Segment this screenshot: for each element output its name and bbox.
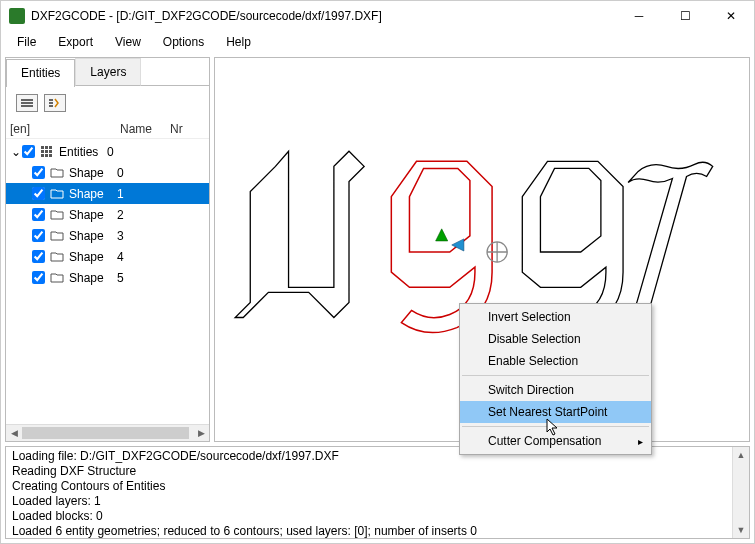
tree-item-name: Shape	[69, 187, 117, 201]
ctx-disable-selection[interactable]: Disable Selection	[460, 328, 651, 350]
maximize-button[interactable]: ☐	[662, 1, 708, 31]
tree-row[interactable]: Shape 5	[6, 267, 209, 288]
ctx-cutter-compensation[interactable]: Cutter Compensation	[460, 430, 651, 452]
folder-icon	[49, 271, 65, 285]
tree-row-selected[interactable]: Shape 1	[6, 183, 209, 204]
svg-rect-3	[41, 150, 44, 153]
svg-rect-5	[49, 150, 52, 153]
log-line: Creating Contours of Entities	[12, 479, 726, 494]
tree-item-nr: 5	[117, 271, 137, 285]
svg-rect-0	[41, 146, 44, 149]
tree-checkbox[interactable]	[32, 250, 45, 263]
tree-checkbox[interactable]	[22, 145, 35, 158]
start-point-marker	[436, 229, 464, 251]
target-marker	[487, 242, 507, 262]
tree-toggle-icon[interactable]: ⌄	[10, 145, 22, 159]
svg-rect-4	[45, 150, 48, 153]
log-line: Loaded layers: 1	[12, 494, 726, 509]
window-title: DXF2GCODE - [D:/GIT_DXF2GCODE/sourcecode…	[31, 9, 616, 23]
tree-root-nr: 0	[107, 145, 127, 159]
tree-item-nr: 1	[117, 187, 137, 201]
tree-row[interactable]: Shape 4	[6, 246, 209, 267]
ctx-enable-selection[interactable]: Enable Selection	[460, 350, 651, 372]
tree-root-name: Entities	[59, 145, 107, 159]
ctx-invert-selection[interactable]: Invert Selection	[460, 306, 651, 328]
app-window: DXF2GCODE - [D:/GIT_DXF2GCODE/sourcecode…	[0, 0, 755, 544]
tree-item-nr: 3	[117, 229, 137, 243]
tab-layers[interactable]: Layers	[75, 58, 141, 86]
close-button[interactable]: ✕	[708, 1, 754, 31]
menu-options[interactable]: Options	[153, 33, 214, 51]
scroll-right-icon[interactable]: ▶	[193, 425, 209, 441]
tree-header-name: Name	[120, 122, 170, 136]
tree-checkbox[interactable]	[32, 166, 45, 179]
folder-icon	[49, 250, 65, 264]
menu-separator	[462, 426, 649, 427]
tree-checkbox[interactable]	[32, 208, 45, 221]
tree-item-name: Shape	[69, 166, 117, 180]
grid-icon	[39, 145, 55, 159]
entities-panel: Entities Layers [en] Name Nr ⌄	[5, 57, 210, 442]
log-output: Loading file: D:/GIT_DXF2GCODE/sourcecod…	[6, 447, 732, 538]
svg-rect-6	[41, 154, 44, 157]
log-line: Loaded 6 entity geometries; reduced to 6…	[12, 524, 726, 538]
menu-export[interactable]: Export	[48, 33, 103, 51]
menubar: File Export View Options Help	[1, 31, 754, 53]
scroll-up-icon[interactable]: ▲	[733, 447, 749, 463]
log-line: Loaded blocks: 0	[12, 509, 726, 524]
ctx-switch-direction[interactable]: Switch Direction	[460, 379, 651, 401]
panel-tabs: Entities Layers	[6, 58, 209, 86]
tree-row[interactable]: Shape 2	[6, 204, 209, 225]
ctx-set-nearest-startpoint[interactable]: Set Nearest StartPoint	[460, 401, 651, 423]
folder-icon	[49, 229, 65, 243]
folder-icon	[49, 187, 65, 201]
scroll-left-icon[interactable]: ◀	[6, 425, 22, 441]
tree-checkbox[interactable]	[32, 271, 45, 284]
folder-icon	[49, 166, 65, 180]
shape-0	[235, 151, 364, 317]
horizontal-scrollbar[interactable]: ◀ ▶	[6, 424, 209, 441]
tree-checkbox[interactable]	[32, 187, 45, 200]
tree-item-nr: 4	[117, 250, 137, 264]
menu-separator	[462, 375, 649, 376]
tree-root[interactable]: ⌄ Entities 0	[6, 141, 209, 162]
tree-item-name: Shape	[69, 208, 117, 222]
minimize-button[interactable]: ─	[616, 1, 662, 31]
tree-header: [en] Name Nr	[6, 120, 209, 139]
tree-header-en: [en]	[10, 122, 120, 136]
entities-tree[interactable]: ⌄ Entities 0 Shape 0 Shape 1	[6, 139, 209, 424]
tree-header-nr: Nr	[170, 122, 194, 136]
tree-item-nr: 2	[117, 208, 137, 222]
collapse-all-button[interactable]	[16, 94, 38, 112]
vertical-scrollbar[interactable]: ▲ ▼	[732, 447, 749, 538]
menu-file[interactable]: File	[7, 33, 46, 51]
context-menu: Invert Selection Disable Selection Enabl…	[459, 303, 652, 455]
log-line: Reading DXF Structure	[12, 464, 726, 479]
menu-view[interactable]: View	[105, 33, 151, 51]
tab-entities[interactable]: Entities	[6, 59, 75, 87]
tree-item-name: Shape	[69, 250, 117, 264]
status-panel: Loading file: D:/GIT_DXF2GCODE/sourcecod…	[5, 446, 750, 539]
tree-checkbox[interactable]	[32, 229, 45, 242]
scroll-down-icon[interactable]: ▼	[733, 522, 749, 538]
svg-rect-7	[45, 154, 48, 157]
panel-toolbar	[6, 86, 209, 120]
svg-rect-1	[45, 146, 48, 149]
folder-icon	[49, 208, 65, 222]
tree-item-nr: 0	[117, 166, 137, 180]
svg-rect-2	[49, 146, 52, 149]
app-icon	[9, 8, 25, 24]
tree-row[interactable]: Shape 3	[6, 225, 209, 246]
menu-help[interactable]: Help	[216, 33, 261, 51]
titlebar: DXF2GCODE - [D:/GIT_DXF2GCODE/sourcecode…	[1, 1, 754, 31]
expand-all-button[interactable]	[44, 94, 66, 112]
tree-item-name: Shape	[69, 271, 117, 285]
scrollbar-thumb[interactable]	[22, 427, 189, 439]
tree-item-name: Shape	[69, 229, 117, 243]
tree-row[interactable]: Shape 0	[6, 162, 209, 183]
svg-rect-8	[49, 154, 52, 157]
